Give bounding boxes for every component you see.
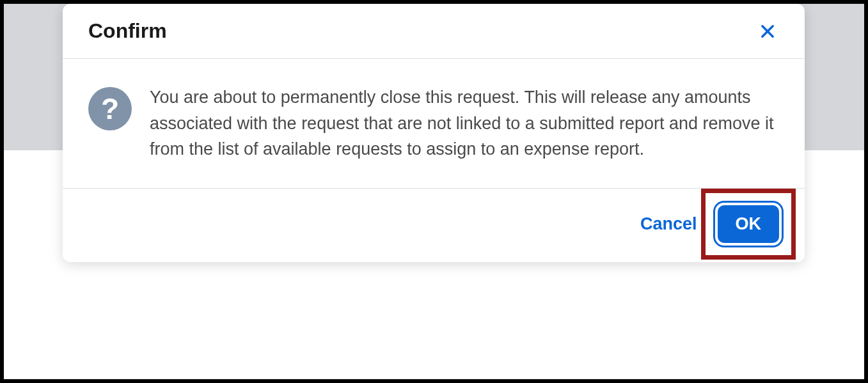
question-icon: ? xyxy=(88,87,132,130)
dialog-title: Confirm xyxy=(88,19,167,43)
dialog-body: ? You are about to permanently close thi… xyxy=(63,59,805,189)
dialog-header: Confirm xyxy=(63,4,805,59)
question-mark: ? xyxy=(101,91,119,126)
confirm-dialog: Confirm ? You are about to permanently c… xyxy=(63,4,805,262)
ok-button-wrapper: OK xyxy=(718,205,780,243)
dialog-footer: Cancel OK xyxy=(63,189,805,262)
close-button[interactable] xyxy=(756,20,779,43)
dialog-message: You are about to permanently close this … xyxy=(150,84,774,162)
ok-button[interactable]: OK xyxy=(718,205,780,243)
close-icon xyxy=(759,22,777,40)
cancel-button[interactable]: Cancel xyxy=(638,209,700,239)
